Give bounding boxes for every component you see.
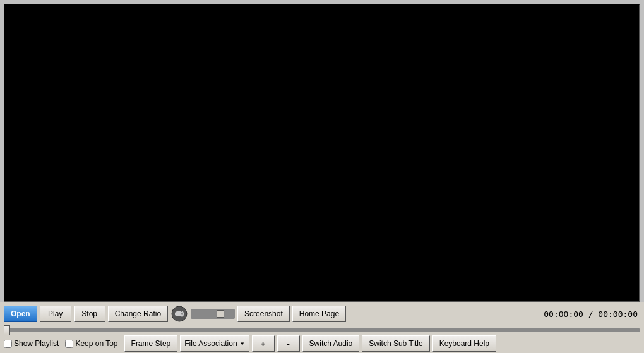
video-display (4, 4, 640, 302)
show-playlist-checkbox[interactable] (4, 340, 12, 348)
seek-bar[interactable] (4, 328, 640, 332)
keyboard-help-button[interactable]: Keyboard Help (432, 335, 496, 352)
mute-button[interactable] (170, 305, 188, 323)
stop-button[interactable]: Stop (74, 306, 105, 322)
switch-sub-title-button[interactable]: Switch Sub Title (362, 335, 429, 352)
file-association-dropdown[interactable]: File Association ▼ (180, 335, 249, 352)
time-display: 00:00:00 / 00:00:00 (544, 309, 640, 319)
controls-row2: Show Playlist Keep on Top Frame Step Fil… (4, 335, 640, 352)
svg-marker-1 (175, 311, 181, 316)
frame-step-button[interactable]: Frame Step (124, 335, 178, 352)
home-page-button[interactable]: Home Page (292, 306, 346, 322)
plus-button[interactable]: + (252, 335, 275, 352)
screenshot-button[interactable]: Screenshot (237, 306, 290, 322)
play-button[interactable]: Play (40, 306, 71, 322)
show-playlist-label[interactable]: Show Playlist (4, 339, 59, 348)
controls-area: Open Play Stop Change Ratio Screenshot H… (0, 302, 644, 353)
volume-slider[interactable] (191, 309, 235, 319)
dropdown-arrow-icon: ▼ (240, 341, 245, 347)
keep-on-top-checkbox[interactable] (65, 340, 73, 348)
controls-row1: Open Play Stop Change Ratio Screenshot H… (4, 305, 640, 323)
switch-audio-button[interactable]: Switch Audio (302, 335, 360, 352)
change-ratio-button[interactable]: Change Ratio (108, 306, 168, 322)
seek-bar-container (4, 324, 640, 335)
keep-on-top-label[interactable]: Keep on Top (65, 339, 117, 348)
minus-button[interactable]: - (277, 335, 300, 352)
open-button[interactable]: Open (4, 306, 37, 322)
